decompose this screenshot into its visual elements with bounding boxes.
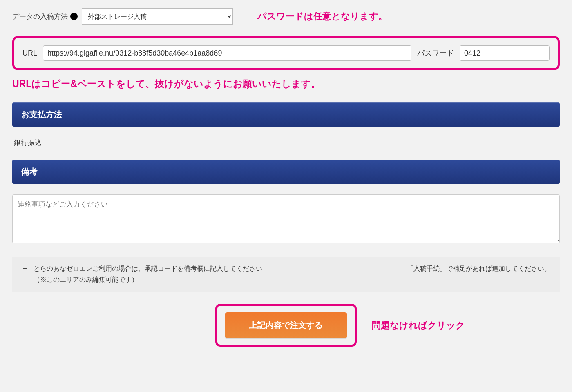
info-icon[interactable]: i <box>70 13 78 20</box>
annotation-submit-hint: 問題なければクリック <box>372 319 465 332</box>
submit-order-button[interactable]: 上記内容で注文する <box>225 312 347 338</box>
url-password-highlight-box: URL パスワード <box>12 36 560 70</box>
url-input[interactable] <box>43 45 411 61</box>
hint-left-line2: （※このエリアのみ編集可能です） <box>34 276 262 284</box>
annotation-password-optional: パスワードは任意となります。 <box>257 10 387 22</box>
hint-left-line1: とらのあなゼロエンご利用の場合は、承認コードを備考欄に記入してください <box>34 265 262 273</box>
submit-highlight-frame: 上記内容で注文する <box>215 304 357 347</box>
password-label: パスワード <box>417 48 454 58</box>
plus-icon: ＋ <box>21 265 29 284</box>
upload-method-select[interactable]: 外部ストレージ入稿 <box>82 8 233 24</box>
url-label: URL <box>22 49 37 58</box>
hint-right: 「入稿手続」で補足があれば追加してください。 <box>407 265 551 284</box>
section-header-notes: 備考 <box>12 160 560 184</box>
annotation-url-copypaste: URLはコピー&ペーストをして、抜けがないようにお願いいたします。 <box>12 78 560 90</box>
password-input[interactable] <box>460 45 550 61</box>
section-header-payment: お支払方法 <box>12 102 560 127</box>
upload-method-label: データの入稿方法 i <box>12 12 78 21</box>
payment-method-value: 銀行振込 <box>14 138 558 147</box>
notes-textarea[interactable] <box>12 194 560 243</box>
upload-method-label-text: データの入稿方法 <box>12 12 68 21</box>
hint-box: ＋ とらのあなゼロエンご利用の場合は、承認コードを備考欄に記入してください （※… <box>12 257 560 292</box>
